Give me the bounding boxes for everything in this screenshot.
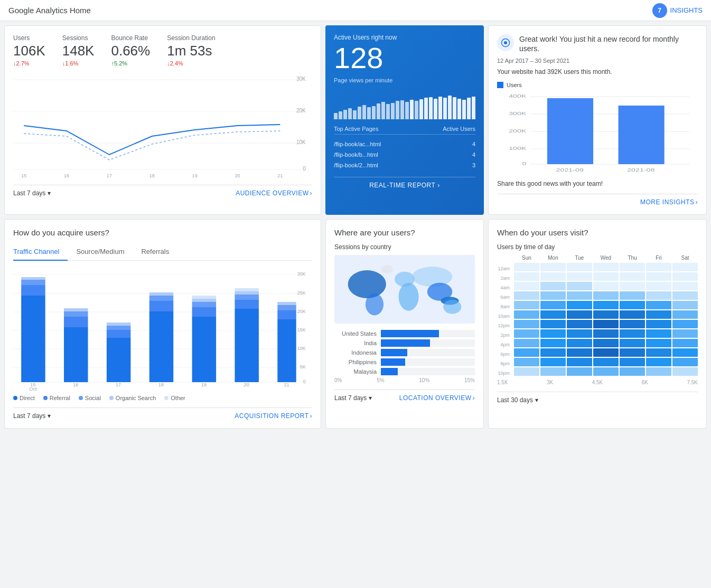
heatmap-cell: [567, 320, 592, 328]
svg-point-84: [348, 270, 386, 298]
bottom-row-grid: How do you acquire users? Traffic Channe…: [0, 219, 711, 433]
svg-text:Oct: Oct: [20, 178, 28, 178]
when-last-days-dropdown[interactable]: Last 30 days ▾: [497, 396, 538, 404]
legend-item-2: Social: [79, 395, 101, 401]
sessions-metric: Sessions 148K ↓1.6%: [62, 34, 95, 67]
chevron-right-icon: ›: [437, 182, 440, 189]
heatmap-cell: [672, 301, 698, 309]
when-card-footer: Last 30 days ▾: [497, 392, 698, 404]
acquire-last-days-dropdown[interactable]: Last 7 days ▾: [13, 412, 51, 420]
tab-traffic-channel[interactable]: Traffic Channel: [13, 243, 68, 261]
svg-text:Oct: Oct: [29, 386, 37, 391]
heatmap-cell: [540, 310, 566, 319]
audience-overview-link[interactable]: AUDIENCE OVERVIEW ›: [236, 189, 312, 197]
top-row-grid: Users 106K ↓2.7% Sessions 148K ↓1.6% Bou…: [0, 21, 711, 219]
heatmap-cell: [620, 310, 645, 319]
heatmap-cell: [646, 291, 671, 300]
heatmap-cell: [514, 320, 539, 328]
heatmap-cell: [646, 301, 671, 309]
mini-bar-3: [348, 108, 352, 119]
chevron-down-icon: ▾: [48, 412, 51, 420]
acquire-card: How do you acquire users? Traffic Channe…: [4, 219, 321, 429]
insights-date: 12 Apr 2017 – 30 Sept 2021: [497, 58, 698, 64]
svg-text:20K: 20K: [296, 108, 306, 113]
svg-rect-72: [277, 319, 296, 382]
mini-bar-4: [353, 110, 357, 119]
svg-point-17: [504, 41, 507, 44]
heatmap-cell: [514, 339, 539, 347]
heatmap-cell: [514, 301, 539, 309]
mini-bar-20: [429, 97, 433, 119]
heatmap-cell: [567, 272, 592, 281]
insights-description: Your website had 392K users this month.: [497, 68, 698, 75]
mini-bar-14: [400, 100, 404, 119]
svg-text:20: 20: [244, 382, 249, 387]
mini-bar-16: [410, 100, 414, 119]
svg-rect-51: [64, 317, 88, 327]
where-last-days-dropdown[interactable]: Last 7 days ▾: [334, 394, 372, 402]
last-days-dropdown[interactable]: Last 7 days ▾: [13, 189, 51, 197]
insights-legend: Users: [497, 82, 698, 88]
where-card-footer: Last 7 days ▾ LOCATION OVERVIEW ›: [334, 390, 475, 402]
mini-bar-13: [396, 101, 399, 119]
svg-text:18: 18: [149, 173, 155, 178]
mini-bar-24: [448, 96, 452, 119]
heatmap-cell: [672, 320, 698, 328]
svg-rect-49: [21, 277, 45, 280]
heatmap-cell: [646, 329, 671, 338]
mini-bar-2: [343, 110, 347, 119]
heatmap-cell: [540, 301, 566, 309]
more-insights-link[interactable]: MORE INSIGHTS ›: [640, 198, 698, 206]
insights-header: Great work! You just hit a new record fo…: [497, 34, 698, 53]
svg-text:17: 17: [116, 382, 121, 387]
acquisition-report-link[interactable]: ACQUISITION REPORT ›: [235, 412, 312, 420]
legend-color-3: [109, 396, 114, 400]
svg-rect-54: [107, 338, 130, 382]
mini-bar-15: [405, 102, 409, 119]
active-users-count: 128: [334, 43, 475, 73]
insights-bar-chart: 400K 300K 200K 100K 0 2021-09 2021-08: [497, 91, 698, 176]
users-by-time-label: Users by time of day: [497, 243, 698, 251]
realtime-report-link[interactable]: REAL-TIME REPORT ›: [369, 182, 440, 189]
insights-title: Great work! You just hit a new record fo…: [519, 34, 698, 53]
legend-color-1: [43, 396, 48, 400]
metrics-card-footer: Last 7 days ▾ AUDIENCE OVERVIEW ›: [13, 185, 312, 197]
heatmap-bottom-axis: 1.5K3K4.5K6K7.5K: [497, 380, 698, 385]
mini-bar-17: [415, 101, 418, 119]
heatmap-grid: [514, 263, 698, 376]
mini-bar-25: [453, 97, 456, 119]
heatmap-cell: [514, 358, 539, 366]
heatmap-cell: [672, 367, 698, 376]
heatmap-cell: [593, 358, 619, 366]
heatmap-cell: [646, 282, 671, 290]
svg-text:5K: 5K: [300, 364, 306, 369]
svg-text:0: 0: [303, 166, 306, 172]
svg-rect-47: [21, 285, 45, 296]
tab-referrals[interactable]: Referrals: [133, 243, 177, 261]
heatmap-cell: [646, 320, 671, 328]
active-users-footer: REAL-TIME REPORT ›: [334, 177, 475, 189]
duration-change: ↓2.4%: [167, 60, 215, 67]
svg-text:19: 19: [201, 382, 207, 387]
users-legend-color: [497, 82, 503, 88]
country-row-2: Indonesia: [334, 349, 475, 356]
svg-text:21: 21: [277, 173, 283, 178]
heatmap-cell: [567, 348, 592, 357]
svg-text:16: 16: [64, 173, 69, 178]
heatmap-time-label: 8pm: [497, 359, 512, 368]
location-overview-link[interactable]: LOCATION OVERVIEW ›: [399, 394, 475, 402]
chevron-right-icon: ›: [473, 394, 475, 402]
heatmap-cell: [540, 272, 566, 281]
heatmap-time-label: 10am: [497, 312, 512, 320]
heatmap-cell: [646, 358, 671, 366]
legend-color-2: [79, 396, 83, 400]
insights-button[interactable]: 7 INSIGHTS: [652, 3, 703, 18]
svg-rect-69: [235, 295, 258, 300]
tab-source-medium[interactable]: Source/Medium: [68, 243, 133, 261]
svg-text:200K: 200K: [509, 128, 526, 134]
heatmap-cell: [540, 339, 566, 347]
chevron-down-icon: ▾: [535, 396, 538, 404]
mini-bar-0: [334, 113, 338, 119]
heatmap-cell: [567, 358, 592, 366]
heatmap-day-label: Sun: [514, 255, 539, 261]
